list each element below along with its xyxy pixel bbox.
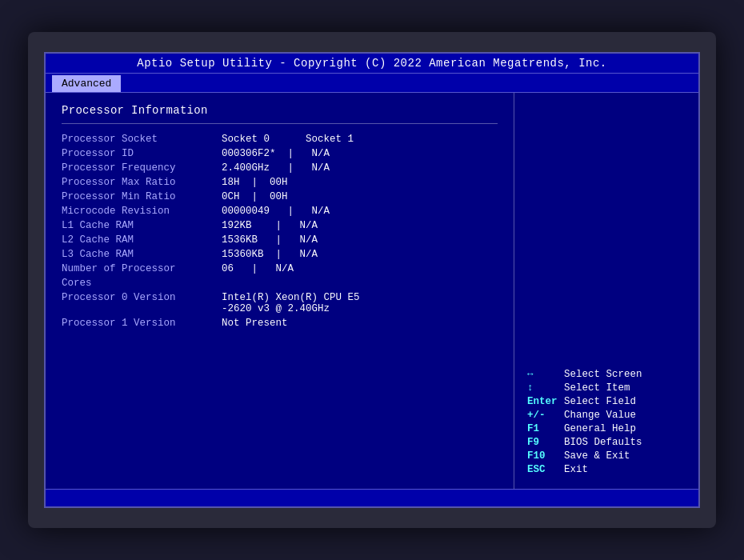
table-row: Number of Processor06 | N/A [62, 262, 498, 276]
title-bar: Aptio Setup Utility - Copyright (C) 2022… [46, 54, 698, 74]
table-row: L2 Cache RAM1536KB | N/A [62, 233, 498, 247]
key-name: ESC [527, 464, 564, 475]
info-table: Processor SocketSocket 0 Socket 1Process… [62, 132, 498, 330]
row-value: Intel(R) Xeon(R) CPU E5 -2620 v3 @ 2.40G… [222, 290, 498, 316]
key-desc: Change Value [564, 410, 636, 421]
row-label: Processor Max Ratio [62, 175, 222, 190]
key-row: F10Save & Exit [527, 450, 686, 462]
table-row: Processor ID000306F2* | N/A [62, 146, 498, 161]
row-value: 000306F2* | N/A [222, 146, 498, 161]
monitor-outer: Aptio Setup Utility - Copyright (C) 2022… [28, 32, 716, 528]
row-label: Processor ID [62, 146, 222, 161]
key-desc: BIOS Defaults [564, 437, 642, 448]
row-value: 15360KB | N/A [222, 247, 498, 262]
row-label: L3 Cache RAM [62, 247, 222, 262]
section-title: Processor Information [62, 104, 498, 117]
table-row: L3 Cache RAM15360KB | N/A [62, 247, 498, 262]
table-row: Processor 0 VersionIntel(R) Xeon(R) CPU … [62, 290, 498, 316]
row-label: Processor Frequency [62, 161, 222, 175]
key-desc: Exit [564, 464, 588, 475]
row-label: Processor 1 Version [62, 316, 222, 330]
table-row: Processor 1 VersionNot Present [62, 316, 498, 330]
table-row: Processor Max Ratio18H | 00H [62, 175, 498, 190]
key-desc: Select Item [564, 382, 630, 394]
row-label: Microcode Revision [62, 204, 222, 218]
bios-screen: Aptio Setup Utility - Copyright (C) 2022… [44, 52, 700, 508]
row-value: 192KB | N/A [222, 218, 498, 233]
key-help: ↔Select Screen↕Select ItemEnterSelect Fi… [527, 369, 686, 478]
row-value [222, 276, 498, 290]
key-name: +/- [527, 410, 564, 421]
table-row: Processor Min Ratio0CH | 00H [62, 190, 498, 204]
row-value: 18H | 00H [222, 175, 498, 190]
key-name: ↔ [527, 369, 564, 380]
key-row: ↕Select Item [527, 382, 686, 394]
row-label: Cores [62, 276, 222, 290]
key-name: ↕ [527, 382, 564, 394]
row-label: Processor Socket [62, 132, 222, 146]
title-text: Aptio Setup Utility - Copyright (C) 2022… [137, 57, 607, 70]
row-value: 06 | N/A [222, 262, 498, 276]
tab-bar: Advanced [46, 74, 698, 93]
row-value: 2.400GHz | N/A [222, 161, 498, 175]
key-desc: Select Screen [564, 369, 642, 380]
key-name: Enter [527, 396, 564, 407]
key-desc: General Help [564, 423, 636, 434]
right-panel: ↔Select Screen↕Select ItemEnterSelect Fi… [514, 93, 698, 489]
row-label: Processor 0 Version [62, 290, 222, 316]
table-row: Microcode Revision00000049 | N/A [62, 204, 498, 218]
key-row: ↔Select Screen [527, 369, 686, 380]
key-desc: Select Field [564, 396, 636, 407]
table-row: L1 Cache RAM192KB | N/A [62, 218, 498, 233]
row-label: L2 Cache RAM [62, 233, 222, 247]
tab-advanced[interactable]: Advanced [52, 75, 121, 92]
left-panel: Processor Information Processor SocketSo… [46, 93, 514, 489]
table-row: Cores [62, 276, 498, 290]
key-name: F10 [527, 450, 564, 462]
main-content: Processor Information Processor SocketSo… [46, 93, 698, 489]
row-value: 1536KB | N/A [222, 233, 498, 247]
row-label: Processor Min Ratio [62, 190, 222, 204]
key-row: +/-Change Value [527, 410, 686, 421]
bottom-bar [46, 489, 698, 506]
row-value: Not Present [222, 316, 498, 330]
row-value: Socket 0 Socket 1 [222, 132, 498, 146]
key-row: EnterSelect Field [527, 396, 686, 407]
row-value: 0CH | 00H [222, 190, 498, 204]
row-label: L1 Cache RAM [62, 218, 222, 233]
key-row: ESCExit [527, 464, 686, 475]
row-label: Number of Processor [62, 262, 222, 276]
table-row: Processor Frequency2.400GHz | N/A [62, 161, 498, 175]
key-desc: Save & Exit [564, 450, 630, 462]
key-row: F9BIOS Defaults [527, 437, 686, 448]
key-name: F1 [527, 423, 564, 434]
key-name: F9 [527, 437, 564, 448]
row-value: 00000049 | N/A [222, 204, 498, 218]
key-row: F1General Help [527, 423, 686, 434]
table-row: Processor SocketSocket 0 Socket 1 [62, 132, 498, 146]
section-divider [62, 123, 498, 124]
